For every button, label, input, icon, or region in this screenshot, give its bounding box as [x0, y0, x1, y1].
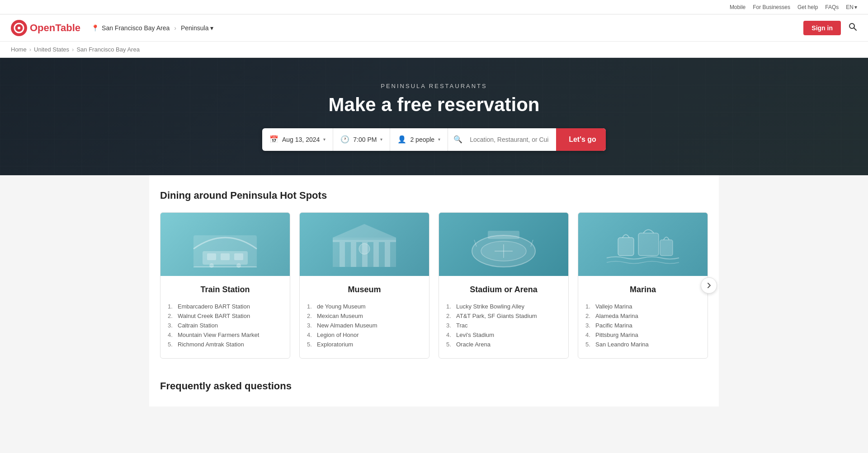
list-item[interactable]: 5.Oracle Arena — [446, 340, 561, 349]
page-wrapper: Mobile For Businesses Get help FAQs EN ▾… — [0, 0, 868, 453]
marina-illustration — [602, 217, 684, 271]
train-station-image — [160, 213, 290, 276]
list-item[interactable]: 2.Walnut Creek BART Station — [168, 311, 283, 321]
carousel-next-button[interactable] — [701, 277, 717, 294]
svg-rect-29 — [618, 238, 634, 256]
list-item[interactable]: 4.Legion of Honor — [307, 330, 422, 340]
list-item[interactable]: 4.Mountain View Farmers Market — [168, 330, 283, 340]
museum-body: Museum 1.de Young Museum 2.Mexican Museu… — [300, 276, 429, 358]
train-station-list: 1.Embarcadero BART Station 2.Walnut Cree… — [168, 302, 283, 349]
language-selector[interactable]: EN ▾ — [846, 4, 857, 10]
clock-icon: 🕐 — [340, 135, 349, 144]
hero-subtitle: PENINSULA RESTAURANTS — [381, 83, 487, 89]
list-item[interactable]: 5.San Leandro Marina — [585, 340, 700, 349]
date-picker[interactable]: 📅 Aug 13, 2024 ▾ — [262, 128, 333, 151]
museum-image — [300, 213, 429, 276]
mobile-link[interactable]: Mobile — [730, 4, 745, 10]
date-chevron-icon: ▾ — [323, 137, 326, 142]
train-station-illustration — [184, 217, 266, 271]
svg-marker-20 — [333, 224, 396, 238]
nav-right: Sign in — [803, 21, 857, 35]
svg-rect-15 — [340, 242, 345, 267]
stadium-card-title: Stadium or Arena — [446, 285, 561, 294]
list-item[interactable]: 2.AT&T Park, SF Giants Stadium — [446, 311, 561, 321]
list-item[interactable]: 5.Richmond Amtrak Station — [168, 340, 283, 349]
list-item[interactable]: 1.de Young Museum — [307, 302, 422, 311]
list-item[interactable]: 2.Alameda Marina — [585, 311, 700, 321]
sign-in-button[interactable]: Sign in — [803, 21, 841, 35]
list-item[interactable]: 1.Embarcadero BART Station — [168, 302, 283, 311]
list-item[interactable]: 4.Levi's Stadium — [446, 330, 561, 340]
breadcrumb-home[interactable]: Home — [11, 46, 27, 53]
hot-spots-cards-row: Train Station 1.Embarcadero BART Station… — [160, 212, 708, 359]
train-station-card-title: Train Station — [168, 285, 283, 294]
main-content: Dining around Peninsula Hot Spots — [149, 175, 719, 406]
main-nav: OpenTable 📍 San Francisco Bay Area › Pen… — [0, 14, 868, 42]
breadcrumb: Home › United States › San Francisco Bay… — [0, 42, 868, 58]
list-item[interactable]: 2.Mexican Museum — [307, 311, 422, 321]
svg-rect-28 — [488, 231, 519, 239]
list-item[interactable]: 5.Exploratorium — [307, 340, 422, 349]
search-icon — [848, 22, 857, 31]
top-bar: Mobile For Businesses Get help FAQs EN ▾ — [0, 0, 868, 14]
marina-card-title: Marina — [585, 285, 700, 294]
svg-rect-18 — [373, 242, 379, 267]
time-value: 7:00 PM — [353, 136, 377, 143]
opentable-logo-icon — [11, 20, 27, 36]
location-city: San Francisco Bay Area — [102, 24, 170, 32]
chevron-right-icon — [705, 282, 712, 289]
lets-go-button[interactable]: Let's go — [556, 128, 606, 151]
calendar-icon: 📅 — [269, 135, 278, 144]
content-wrapper: Dining around Peninsula Hot Spots — [149, 175, 719, 406]
list-item[interactable]: 1.Vallejo Marina — [585, 302, 700, 311]
svg-rect-31 — [660, 240, 673, 256]
list-item[interactable]: 3.Caltrain Station — [168, 321, 283, 330]
for-businesses-link[interactable]: For Businesses — [753, 4, 790, 10]
hot-spot-card-train-station[interactable]: Train Station 1.Embarcadero BART Station… — [160, 212, 290, 359]
hero-background — [0, 58, 868, 175]
svg-point-21 — [359, 243, 370, 254]
time-picker[interactable]: 🕐 7:00 PM ▾ — [333, 128, 390, 151]
logo[interactable]: OpenTable — [11, 20, 80, 36]
museum-illustration — [324, 217, 405, 271]
hot-spot-card-stadium[interactable]: Stadium or Arena 1.Lucky Strike Bowling … — [439, 212, 569, 359]
get-help-link[interactable]: Get help — [797, 4, 818, 10]
svg-point-2 — [18, 27, 20, 29]
breadcrumb-united-states[interactable]: United States — [34, 46, 69, 53]
hot-spot-card-marina[interactable]: Marina 1.Vallejo Marina 2.Alameda Marina… — [578, 212, 708, 359]
marina-image — [578, 213, 708, 276]
marina-list: 1.Vallejo Marina 2.Alameda Marina 3.Paci… — [585, 302, 700, 349]
list-item[interactable]: 3.Trac — [446, 321, 561, 330]
svg-rect-14 — [333, 238, 396, 242]
breadcrumb-sf-bay-area[interactable]: San Francisco Bay Area — [76, 46, 139, 53]
svg-rect-16 — [351, 242, 356, 267]
svg-line-4 — [854, 28, 856, 30]
time-chevron-icon: ▾ — [380, 137, 382, 142]
hot-spots-section: Dining around Peninsula Hot Spots — [160, 190, 708, 359]
location-pin-icon: 📍 — [91, 24, 99, 32]
marina-body: Marina 1.Vallejo Marina 2.Alameda Marina… — [578, 276, 708, 358]
faq-title: Frequently asked questions — [160, 380, 708, 392]
hot-spots-title: Dining around Peninsula Hot Spots — [160, 190, 708, 201]
party-size-picker[interactable]: 👤 2 people ▾ — [390, 128, 448, 151]
hot-spot-card-museum[interactable]: Museum 1.de Young Museum 2.Mexican Museu… — [299, 212, 429, 359]
chevron-down-icon: ▾ — [210, 24, 213, 32]
svg-rect-19 — [385, 242, 390, 267]
date-value: Aug 13, 2024 — [282, 136, 320, 143]
museum-list: 1.de Young Museum 2.Mexican Museum 3.New… — [307, 302, 422, 349]
people-value: 2 people — [410, 136, 434, 143]
people-chevron-icon: ▾ — [438, 137, 440, 142]
faqs-link[interactable]: FAQs — [825, 4, 839, 10]
svg-rect-30 — [638, 233, 659, 256]
logo-text: OpenTable — [30, 22, 80, 34]
svg-rect-7 — [207, 253, 216, 260]
list-item[interactable]: 1.Lucky Strike Bowling Alley — [446, 302, 561, 311]
stadium-list: 1.Lucky Strike Bowling Alley 2.AT&T Park… — [446, 302, 561, 349]
search-button[interactable] — [848, 22, 857, 33]
list-item[interactable]: 3.Pacific Marina — [585, 321, 700, 330]
list-item[interactable]: 4.Pittsburg Marina — [585, 330, 700, 340]
stadium-body: Stadium or Arena 1.Lucky Strike Bowling … — [439, 276, 568, 358]
list-item[interactable]: 3.New Almaden Museum — [307, 321, 422, 330]
location-selector[interactable]: 📍 San Francisco Bay Area › Peninsula ▾ — [91, 24, 803, 32]
location-search-input[interactable] — [462, 128, 556, 151]
